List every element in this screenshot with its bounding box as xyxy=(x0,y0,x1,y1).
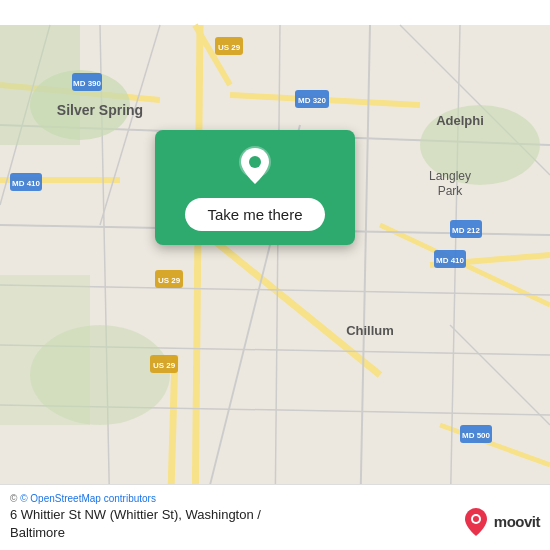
moovit-icon xyxy=(462,506,490,538)
svg-text:Adelphi: Adelphi xyxy=(436,113,484,128)
svg-text:Silver Spring: Silver Spring xyxy=(57,102,143,118)
moovit-logo[interactable]: moovit xyxy=(462,506,540,538)
svg-text:US 29: US 29 xyxy=(218,43,241,52)
copyright-text: © © OpenStreetMap contributors xyxy=(10,493,540,504)
take-me-there-button[interactable]: Take me there xyxy=(185,198,324,231)
svg-rect-26 xyxy=(0,25,80,145)
svg-text:MD 390: MD 390 xyxy=(73,79,102,88)
location-pin-icon xyxy=(233,144,277,188)
svg-text:MD 410: MD 410 xyxy=(12,179,41,188)
svg-text:MD 500: MD 500 xyxy=(462,431,491,440)
map-container: MD 390 US 29 MD 320 MD 410 US 29 MD 410 … xyxy=(0,0,550,550)
address-text: 6 Whittier St NW (Whittier St), Washingt… xyxy=(10,506,452,542)
svg-point-55 xyxy=(249,156,261,168)
popup-card: Take me there xyxy=(155,130,355,245)
svg-rect-29 xyxy=(0,275,90,425)
svg-text:Chillum: Chillum xyxy=(346,323,394,338)
address-row: 6 Whittier St NW (Whittier St), Washingt… xyxy=(10,506,540,542)
address-line2: Baltimore xyxy=(10,525,65,540)
svg-text:MD 320: MD 320 xyxy=(298,96,327,105)
svg-text:US 29: US 29 xyxy=(153,361,176,370)
map-background: MD 390 US 29 MD 320 MD 410 US 29 MD 410 … xyxy=(0,0,550,550)
svg-text:Langley: Langley xyxy=(429,169,471,183)
svg-text:US 29: US 29 xyxy=(158,276,181,285)
svg-line-1 xyxy=(195,25,200,525)
svg-text:MD 212: MD 212 xyxy=(452,226,481,235)
address-line1: 6 Whittier St NW (Whittier St), Washingt… xyxy=(10,507,261,522)
svg-text:MD 410: MD 410 xyxy=(436,256,465,265)
bottom-bar: © © OpenStreetMap contributors 6 Whittie… xyxy=(0,484,550,550)
svg-text:Park: Park xyxy=(438,184,464,198)
svg-point-57 xyxy=(473,516,479,522)
osm-link[interactable]: © OpenStreetMap contributors xyxy=(20,493,156,504)
copyright-symbol: © xyxy=(10,493,20,504)
moovit-text: moovit xyxy=(494,513,540,530)
